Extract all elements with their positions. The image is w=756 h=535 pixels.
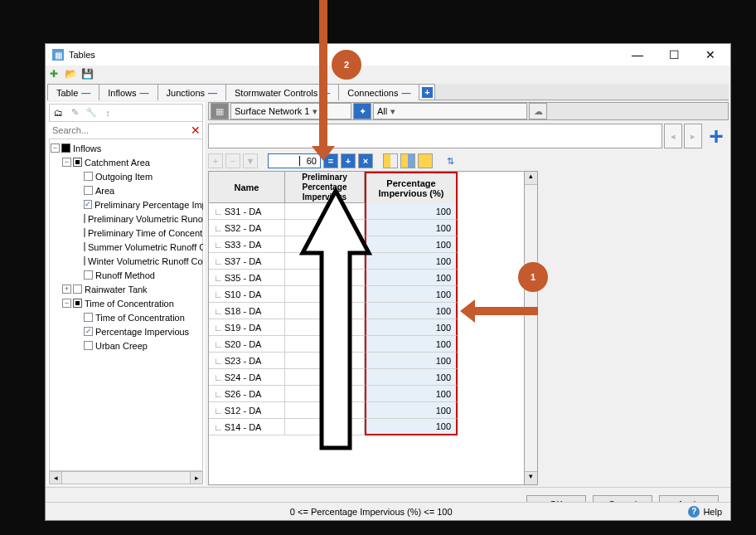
clear-search-icon[interactable]: ✕ (188, 124, 203, 137)
cell-name[interactable]: ∟S19 - DA (209, 319, 285, 336)
cell-name[interactable]: ∟S12 - DA (209, 402, 285, 419)
grid-vscroll[interactable]: ▴▾ (525, 171, 538, 485)
cell-prelim[interactable] (285, 353, 365, 369)
column-header-prelim[interactable]: Preliminary Percentage Impervious (285, 172, 365, 203)
tree-item[interactable]: Urban Creep (95, 341, 148, 351)
tree-item[interactable]: Percentage Impervious (95, 327, 189, 337)
cell-prelim[interactable] (285, 203, 365, 220)
tab-remove-icon[interactable]: — (208, 88, 217, 98)
expand-icon[interactable]: + (62, 285, 71, 294)
cell-name[interactable]: ∟S26 - DA (209, 386, 285, 402)
cell-name[interactable]: ∟S35 - DA (209, 270, 285, 286)
checkbox[interactable] (84, 341, 93, 350)
tree-item[interactable]: Preliminary Percentage Impervious (94, 200, 203, 210)
cell-name[interactable]: ∟S20 - DA (209, 336, 285, 353)
tab-table[interactable]: Table— (47, 84, 99, 100)
weather-icon[interactable]: ☁ (529, 103, 547, 119)
cell-percent[interactable]: 100 (365, 386, 458, 402)
new-table-icon[interactable]: ✚ (47, 67, 61, 80)
cell-percent[interactable]: 100 (365, 270, 458, 286)
checkbox[interactable] (84, 172, 93, 181)
checkbox[interactable] (84, 327, 93, 336)
tree-hscroll[interactable]: ◂▸ (49, 470, 203, 484)
cell-name[interactable]: ∟S33 - DA (209, 236, 285, 253)
checkbox[interactable] (84, 228, 85, 237)
tab-stormwater-controls[interactable]: Stormwater Controls— (225, 84, 339, 100)
add-tab-button[interactable]: + (419, 84, 435, 100)
minimize-button[interactable]: — (619, 44, 656, 66)
cell-name[interactable]: ∟S23 - DA (209, 353, 285, 369)
cell-percent[interactable]: 100 (365, 203, 458, 220)
expand-all-icon[interactable]: + (208, 153, 223, 168)
column-header-percent[interactable]: Percentage Impervious (%) (365, 172, 458, 203)
cell-prelim[interactable] (285, 220, 365, 236)
cell-percent[interactable]: 100 (365, 353, 458, 369)
help-label[interactable]: Help (703, 507, 722, 517)
column-header-name[interactable]: Name (209, 172, 285, 203)
tab-remove-icon[interactable]: — (81, 88, 90, 98)
tree-node-toc[interactable]: Time of Concentration (85, 299, 174, 309)
cell-percent[interactable]: 100 (365, 319, 458, 336)
tree-tool-1[interactable]: 🗂 (51, 105, 65, 120)
checkbox[interactable] (84, 242, 85, 251)
cell-percent[interactable]: 100 (365, 402, 458, 419)
tree-node-inflows[interactable]: Inflows (73, 143, 101, 153)
cell-percent[interactable]: 100 (365, 303, 458, 319)
open-folder-icon[interactable]: 📂 (64, 67, 77, 80)
checkbox[interactable] (84, 200, 92, 209)
cell-prelim[interactable] (285, 286, 365, 303)
tree-item[interactable]: Time of Concentration (95, 313, 185, 323)
cell-prelim[interactable] (285, 303, 365, 319)
tree-item[interactable]: Area (95, 186, 114, 196)
cell-percent[interactable]: 100 (365, 419, 458, 435)
filter-icon[interactable]: ▼ (243, 153, 258, 168)
tree-item[interactable]: Runoff Method (95, 270, 155, 280)
cell-prelim[interactable] (285, 336, 365, 353)
cell-percent[interactable]: 100 (365, 220, 458, 236)
checkbox[interactable] (84, 270, 93, 280)
apply-equals-button[interactable]: = (323, 153, 338, 168)
expand-icon[interactable]: − (62, 158, 71, 167)
maximize-button[interactable]: ☐ (656, 44, 692, 66)
cell-prelim[interactable] (285, 319, 365, 336)
tab-junctions[interactable]: Junctions— (158, 84, 226, 100)
tree-node-catchment[interactable]: Catchment Area (85, 158, 150, 168)
cell-name[interactable]: ∟S24 - DA (209, 369, 285, 386)
tree-tool-4[interactable]: ↕ (100, 105, 115, 120)
grid-search-input[interactable] (208, 124, 662, 148)
collapse-all-icon[interactable]: − (225, 153, 240, 168)
tree-tool-3[interactable]: 🔧 (84, 105, 99, 120)
cell-prelim[interactable] (285, 419, 365, 435)
columns-icon-3[interactable] (418, 153, 433, 168)
tree-item[interactable]: Preliminary Time of Concentration (88, 228, 203, 238)
tree-tool-2[interactable]: ✎ (67, 105, 82, 120)
cell-name[interactable]: ∟S10 - DA (209, 286, 285, 303)
checkbox[interactable] (84, 214, 85, 223)
cell-name[interactable]: ∟S37 - DA (209, 253, 285, 270)
apply-plus-button[interactable]: + (341, 153, 356, 168)
cell-name[interactable]: ∟S31 - DA (209, 203, 285, 220)
save-icon[interactable]: 💾 (80, 67, 94, 80)
cell-prelim[interactable] (285, 386, 365, 402)
network-icon[interactable]: ▦ (211, 103, 229, 119)
cell-prelim[interactable] (285, 369, 365, 386)
network-dropdown[interactable]: Surface Network 1▾ (230, 103, 351, 119)
checkbox[interactable] (84, 186, 93, 195)
tree-item[interactable]: Outgoing Item (95, 172, 153, 182)
prev-button[interactable]: ◂ (664, 124, 682, 148)
value-input[interactable]: 60 (268, 153, 321, 168)
tab-connections[interactable]: Connections— (338, 84, 419, 100)
cell-percent[interactable]: 100 (365, 286, 458, 303)
help-icon[interactable]: ? (688, 506, 700, 518)
tab-remove-icon[interactable]: — (140, 88, 149, 98)
tree-node-rainwater[interactable]: Rainwater Tank (85, 285, 148, 294)
cell-percent[interactable]: 100 (365, 236, 458, 253)
sort-icon[interactable]: ⇅ (443, 153, 458, 168)
cell-prelim[interactable] (285, 402, 365, 419)
cell-prelim[interactable] (285, 270, 365, 286)
search-input[interactable] (49, 122, 188, 139)
cell-percent[interactable]: 100 (365, 369, 458, 386)
checkbox[interactable] (73, 285, 82, 294)
tab-inflows[interactable]: Inflows— (99, 84, 158, 100)
cell-prelim[interactable] (285, 236, 365, 253)
